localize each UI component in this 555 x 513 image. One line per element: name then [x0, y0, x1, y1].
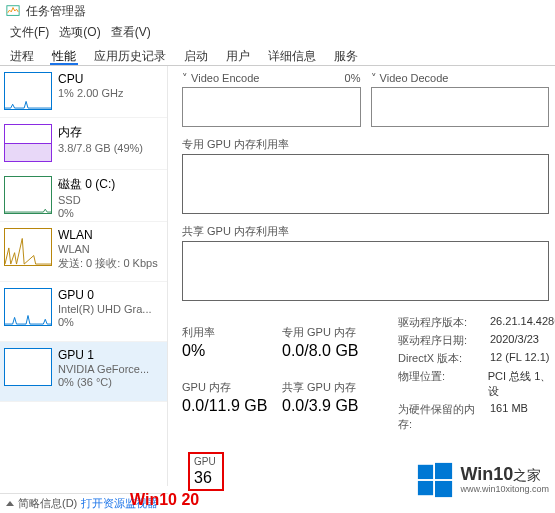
tab-users[interactable]: 用户: [224, 46, 252, 65]
video-encode-pct: 0%: [345, 72, 361, 85]
chevron-down-icon[interactable]: ˅ Video Decode: [371, 72, 449, 85]
gpu0-title: GPU 0: [58, 288, 152, 302]
gpu1-title: GPU 1: [58, 348, 149, 362]
main-panel: CPU 1% 2.00 GHz 内存 3.8/7.8 GB (49%) 磁盘 0…: [0, 66, 555, 486]
top-graph-row: ˅ Video Encode 0% ˅ Video Decode: [182, 72, 549, 127]
disk-title: 磁盘 0 (C:): [58, 176, 115, 193]
cpu-sub: 1% 2.00 GHz: [58, 87, 123, 99]
tab-startup[interactable]: 启动: [182, 46, 210, 65]
menu-bar: 文件(F) 选项(O) 查看(V): [0, 22, 555, 42]
gpu-detail-panel: ˅ Video Encode 0% ˅ Video Decode 专用 GPU …: [168, 66, 555, 486]
gpu0-sub: Intel(R) UHD Gra...: [58, 303, 152, 315]
dedmem-label: 专用 GPU 内存: [282, 325, 382, 340]
window-title: 任务管理器: [26, 3, 86, 20]
tab-bar: 进程 性能 应用历史记录 启动 用户 详细信息 服务: [0, 42, 555, 66]
menu-view[interactable]: 查看(V): [107, 24, 155, 40]
menu-file[interactable]: 文件(F): [6, 24, 53, 40]
res-k: 为硬件保留的内存:: [398, 402, 482, 432]
tab-performance[interactable]: 性能: [50, 46, 78, 65]
gpu-temp-label: GPU: [194, 456, 216, 467]
loc-v: PCI 总线 1、设: [488, 369, 555, 399]
mem-sub: 3.8/7.8 GB (49%): [58, 142, 143, 154]
cpu-thumb: [4, 72, 52, 110]
gpu-meta: 驱动程序版本:26.21.14.4286 驱动程序日期:2020/3/23 Di…: [398, 315, 555, 435]
wlan-title: WLAN: [58, 228, 158, 242]
sidebar-item-memory[interactable]: 内存 3.8/7.8 GB (49%): [0, 118, 167, 170]
res-v: 161 MB: [490, 402, 528, 432]
watermark-zhi: 之家: [513, 467, 541, 483]
gpu0-sub2: 0%: [58, 316, 152, 328]
watermark-main: Win10: [460, 464, 513, 484]
gpu0-thumb: [4, 288, 52, 326]
fewer-details-link[interactable]: 简略信息(D): [18, 496, 77, 511]
sidebar-item-disk[interactable]: 磁盘 0 (C:) SSD 0%: [0, 170, 167, 222]
task-manager-icon: [6, 4, 20, 18]
dedicated-mem-graph[interactable]: [182, 154, 549, 214]
sidebar-item-cpu[interactable]: CPU 1% 2.00 GHz: [0, 66, 167, 118]
sidebar-item-gpu0[interactable]: GPU 0 Intel(R) UHD Gra... 0%: [0, 282, 167, 342]
tab-history[interactable]: 应用历史记录: [92, 46, 168, 65]
footer-text: Win10 20: [130, 491, 199, 509]
gpu-temp-value: 36: [194, 469, 216, 487]
tab-details[interactable]: 详细信息: [266, 46, 318, 65]
drv-date-k: 驱动程序日期:: [398, 333, 482, 348]
mem-thumb: [4, 124, 52, 162]
mem-title: 内存: [58, 124, 143, 141]
video-encode-label: Video Encode: [191, 72, 259, 84]
svg-rect-3: [418, 481, 433, 495]
chevron-up-icon[interactable]: [6, 501, 14, 506]
drv-date-v: 2020/3/23: [490, 333, 539, 348]
dx-v: 12 (FL 12.1): [490, 351, 550, 366]
video-decode-graph[interactable]: [371, 87, 550, 127]
gpumem-value: 0.0/11.9 GB: [182, 397, 282, 415]
svg-rect-1: [418, 465, 433, 479]
menu-options[interactable]: 选项(O): [55, 24, 104, 40]
title-bar: 任务管理器: [0, 0, 555, 22]
disk-sub2: 0%: [58, 207, 115, 219]
dedicated-mem-label: 专用 GPU 内存利用率: [182, 137, 549, 152]
disk-thumb: [4, 176, 52, 214]
shrmem-value: 0.0/3.9 GB: [282, 397, 382, 415]
cpu-title: CPU: [58, 72, 123, 86]
svg-rect-4: [435, 481, 452, 497]
watermark: Win10之家 www.win10xitong.com: [416, 461, 549, 499]
watermark-sub: www.win10xitong.com: [460, 485, 549, 495]
disk-sub: SSD: [58, 194, 115, 206]
loc-k: 物理位置:: [398, 369, 480, 399]
sidebar-item-gpu1[interactable]: GPU 1 NVIDIA GeForce... 0% (36 °C): [0, 342, 167, 402]
wlan-thumb: [4, 228, 52, 266]
windows-logo-icon: [416, 461, 454, 499]
util-label: 利用率: [182, 325, 282, 340]
wlan-sub: WLAN: [58, 243, 158, 255]
video-decode-label: Video Decode: [380, 72, 449, 84]
dedmem-value: 0.0/8.0 GB: [282, 342, 382, 360]
sidebar-item-wlan[interactable]: WLAN WLAN 发送: 0 接收: 0 Kbps: [0, 222, 167, 282]
tab-processes[interactable]: 进程: [8, 46, 36, 65]
dx-k: DirectX 版本:: [398, 351, 482, 366]
chevron-down-icon[interactable]: ˅ Video Encode: [182, 72, 259, 85]
wlan-sub2: 发送: 0 接收: 0 Kbps: [58, 256, 158, 271]
tab-services[interactable]: 服务: [332, 46, 360, 65]
shared-mem-label: 共享 GPU 内存利用率: [182, 224, 549, 239]
util-value: 0%: [182, 342, 282, 360]
gpumem-label: GPU 内存: [182, 380, 282, 395]
svg-rect-2: [435, 463, 452, 479]
shared-mem-graph[interactable]: [182, 241, 549, 301]
performance-sidebar: CPU 1% 2.00 GHz 内存 3.8/7.8 GB (49%) 磁盘 0…: [0, 66, 168, 486]
drv-ver-k: 驱动程序版本:: [398, 315, 482, 330]
video-encode-graph[interactable]: [182, 87, 361, 127]
shrmem-label: 共享 GPU 内存: [282, 380, 382, 395]
gpu1-thumb: [4, 348, 52, 386]
gpu1-sub2: 0% (36 °C): [58, 376, 149, 388]
gpu-temp-highlight: GPU 36: [188, 452, 224, 491]
drv-ver-v: 26.21.14.4286: [490, 315, 555, 330]
gpu1-sub: NVIDIA GeForce...: [58, 363, 149, 375]
